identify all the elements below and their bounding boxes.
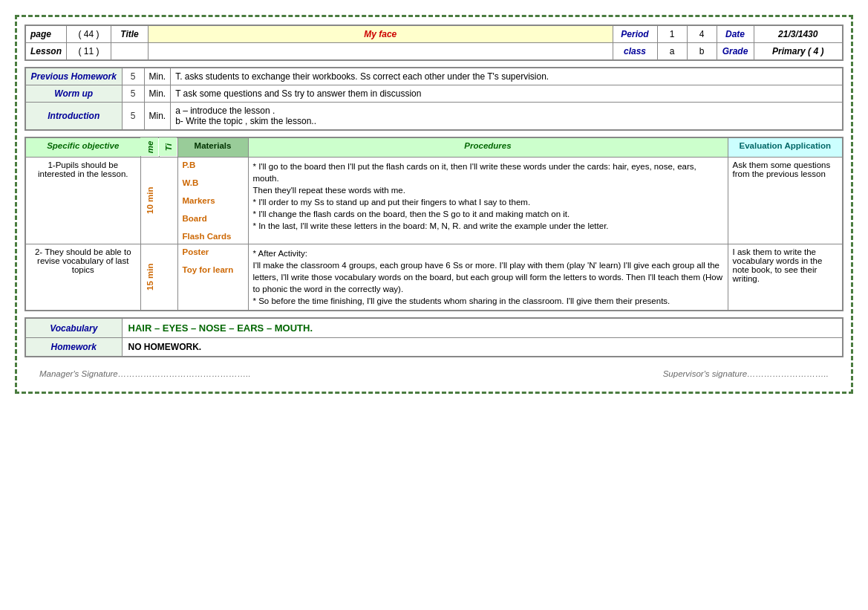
- objective-0: 1-Pupils should be interested in the les…: [25, 157, 140, 244]
- manager-signature: Manager's Signature………………………………………..: [39, 369, 251, 378]
- intro-min-2: 5: [122, 103, 144, 131]
- col-header-procedures: Procedures: [248, 137, 728, 157]
- col-header-materials: Materials: [177, 137, 248, 157]
- period4-cell: 4: [687, 25, 717, 43]
- time-1: 15 min: [140, 244, 177, 311]
- class-b-cell: b: [687, 43, 717, 61]
- intro-min-0: 5: [122, 68, 144, 85]
- grade-label: Grade: [722, 46, 748, 56]
- signatures-row: Manager's Signature……………………………………….. Sup…: [25, 363, 843, 384]
- intro-min-1: 5: [122, 85, 144, 103]
- date-value-cell: 21/3/1430: [754, 25, 843, 43]
- title-value-cell: My face: [149, 25, 613, 43]
- period1-cell: 1: [657, 25, 687, 43]
- lesson-label-cell: Lesson: [25, 43, 67, 61]
- homework-value-cell: NO HOMEWORK.: [122, 338, 843, 357]
- date-label: Date: [725, 29, 745, 39]
- header-table: page ( 44 ) Title My face Period 1 4 Dat…: [25, 25, 843, 61]
- intro-table: Previous Homework5Min.T. asks students t…: [25, 67, 843, 131]
- evaluation-0: Ask them some questions from the previou…: [728, 157, 843, 244]
- lesson-label: Lesson: [30, 46, 62, 56]
- lesson-value: ( 11 ): [79, 46, 99, 56]
- supervisor-signature: Supervisor's signature………………………..: [663, 369, 829, 378]
- class-a-cell: a: [657, 43, 687, 61]
- grade-value-cell: Primary ( 4 ): [754, 43, 843, 61]
- title-label: Title: [120, 29, 138, 39]
- procedures-1: * After Activity: I'll make the classroo…: [248, 244, 728, 311]
- title-empty-cell: [149, 43, 613, 61]
- intro-min-label-2: Min.: [144, 103, 171, 131]
- page-value-cell: ( 44 ): [67, 25, 111, 43]
- objective-1: 2- They should be able to revise vocabul…: [25, 244, 140, 311]
- materials-1: Poster Toy for learn: [177, 244, 248, 311]
- lesson-value-cell: ( 11 ): [67, 43, 111, 61]
- title-label-cell: Title: [111, 25, 149, 43]
- col-header-objective: Specific objective: [25, 137, 140, 157]
- homework-label: Homework: [25, 338, 122, 357]
- time-0: 10 min: [140, 157, 177, 244]
- title-value: My face: [364, 29, 397, 39]
- intro-label-2: Introduction: [25, 103, 122, 131]
- intro-min-label-0: Min.: [144, 68, 171, 85]
- class-a: a: [670, 46, 675, 56]
- col-header-eval: Evaluation Application: [728, 137, 843, 157]
- page-label: page: [30, 29, 51, 39]
- page-label-cell: page: [25, 25, 67, 43]
- period-4: 4: [699, 29, 705, 39]
- period-label: Period: [621, 29, 648, 39]
- intro-label-1: Worm up: [25, 85, 122, 103]
- procedures-0: * I'll go to the board then I'll put the…: [248, 157, 728, 244]
- col-header-ti: Ti: [159, 137, 177, 157]
- class-label: class: [624, 46, 646, 56]
- date-value: 21/3/1430: [778, 29, 818, 39]
- class-label-cell: class: [613, 43, 657, 61]
- evaluation-1: I ask them to write the vocabulary words…: [728, 244, 843, 311]
- main-table: Specific objective me Ti Materials Proce…: [25, 137, 843, 311]
- page-container: page ( 44 ) Title My face Period 1 4 Dat…: [15, 15, 853, 394]
- grade-value: Primary ( 4 ): [772, 46, 823, 56]
- vocabulary-label: Vocabulary: [25, 318, 122, 338]
- homework-value: NO HOMEWORK.: [128, 342, 202, 352]
- materials-0: P.B W.B Markers Board Flash Cards: [177, 157, 248, 244]
- intro-text-0: T. asks students to exchange their workb…: [171, 68, 843, 85]
- intro-text-2: a – introduce the lesson . b- Write the …: [171, 103, 843, 131]
- intro-label-0: Previous Homework: [25, 68, 122, 85]
- page-value: ( 44 ): [79, 29, 99, 39]
- vocabulary-value: HAIR – EYES – NOSE – EARS – MOUTH.: [128, 322, 313, 334]
- period-label-cell: Period: [613, 25, 657, 43]
- vocabulary-value-cell: HAIR – EYES – NOSE – EARS – MOUTH.: [122, 318, 843, 338]
- intro-min-label-1: Min.: [144, 85, 171, 103]
- period-1: 1: [670, 29, 675, 39]
- col-header-me: me: [140, 137, 159, 157]
- grade-label-cell: Grade: [717, 43, 754, 61]
- date-label-cell: Date: [717, 25, 754, 43]
- intro-text-1: T ask some questions and Ss try to answe…: [171, 85, 843, 103]
- class-b: b: [699, 46, 705, 56]
- title-label-empty-cell: [111, 43, 149, 61]
- bottom-table: Vocabulary HAIR – EYES – NOSE – EARS – M…: [25, 317, 843, 357]
